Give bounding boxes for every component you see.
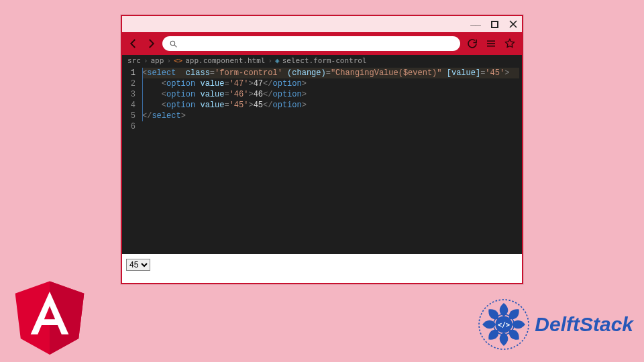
svg-line-3 bbox=[174, 45, 176, 47]
output-panel: 45 bbox=[122, 254, 522, 275]
svg-point-2 bbox=[170, 41, 174, 45]
code-editor[interactable]: 1 2 3 4 5 6 <select class='form-control'… bbox=[122, 66, 522, 254]
bookmark-star-button[interactable] bbox=[503, 37, 517, 50]
output-select[interactable]: 45 bbox=[126, 259, 150, 271]
code-line bbox=[142, 121, 519, 132]
chevron-right-icon: › bbox=[144, 56, 148, 65]
reload-button[interactable] bbox=[466, 37, 479, 50]
breadcrumb-selector[interactable]: select.form-control bbox=[282, 56, 367, 65]
html-file-icon: <> bbox=[174, 56, 182, 65]
chevron-right-icon: › bbox=[166, 56, 171, 65]
code-line: <select class='form-control' (change)="C… bbox=[142, 68, 519, 78]
breadcrumb-app[interactable]: app bbox=[151, 56, 164, 65]
close-button[interactable] bbox=[507, 18, 519, 30]
code-area[interactable]: <select class='form-control' (change)="C… bbox=[140, 66, 522, 254]
angular-logo bbox=[9, 275, 90, 355]
indent-guide bbox=[142, 68, 143, 121]
breadcrumb-file[interactable]: app.component.html bbox=[185, 56, 265, 65]
chevron-right-icon: › bbox=[268, 56, 272, 65]
breadcrumb: src › app › <> app.component.html › ◈ se… bbox=[122, 55, 522, 66]
forward-button[interactable] bbox=[145, 38, 157, 50]
hamburger-menu-button[interactable] bbox=[484, 37, 498, 50]
browser-window: __ src › app › <> app.component.html bbox=[121, 15, 523, 284]
maximize-button[interactable] bbox=[488, 18, 500, 30]
svg-text:</>: </> bbox=[498, 321, 510, 328]
code-line: <option value='47'>47</option> bbox=[142, 78, 519, 89]
mandala-icon: </> </> bbox=[476, 296, 532, 353]
back-button[interactable] bbox=[127, 38, 140, 50]
delftstack-text: DelftStack bbox=[535, 313, 633, 336]
search-icon bbox=[169, 40, 178, 48]
code-line: </select> bbox=[142, 111, 519, 121]
code-line: <option value='45'>45</option> bbox=[142, 100, 519, 111]
code-line: <option value='46'>46</option> bbox=[142, 89, 519, 100]
address-bar[interactable] bbox=[162, 36, 460, 51]
line-number-gutter: 1 2 3 4 5 6 bbox=[122, 66, 140, 254]
breadcrumb-src[interactable]: src bbox=[127, 56, 141, 65]
delftstack-logo: </> </> DelftStack bbox=[476, 296, 633, 353]
browser-toolbar bbox=[122, 32, 522, 55]
element-icon: ◈ bbox=[275, 56, 280, 65]
titlebar: __ bbox=[122, 16, 522, 32]
minimize-button[interactable]: __ bbox=[470, 15, 482, 27]
